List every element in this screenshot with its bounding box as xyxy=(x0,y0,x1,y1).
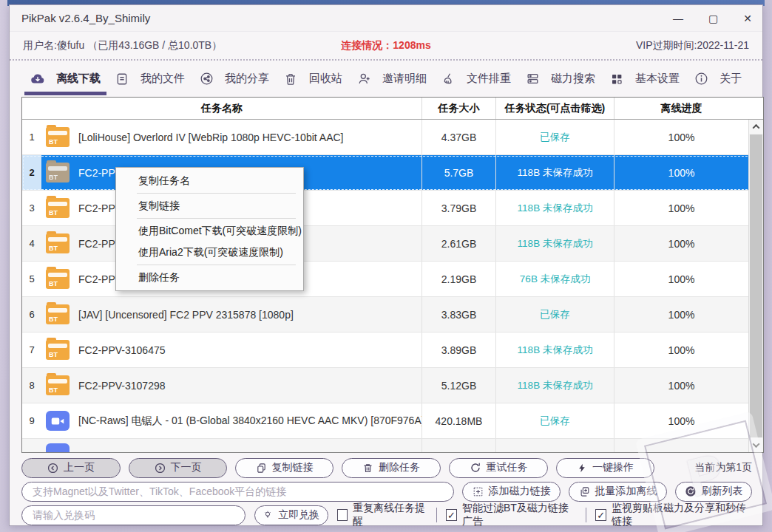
menu-separator xyxy=(137,265,296,265)
grid-icon xyxy=(609,72,624,86)
task-status: 已保存 xyxy=(495,297,614,332)
menu-item-bitcomet-download[interactable]: 使用BitComet下载(可突破速度限制) xyxy=(116,220,303,242)
maximize-button[interactable]: ▢ xyxy=(708,13,718,24)
task-name: [JAV] [Uncensored] FC2 PPV 2315878 [1080… xyxy=(78,309,294,321)
one-key-action-button[interactable]: 一键操作 xyxy=(556,458,654,478)
lamp-icon xyxy=(263,510,273,521)
lightning-icon xyxy=(577,463,587,474)
column-task-status-filter[interactable]: 任务状态(可点击筛选) xyxy=(495,98,614,119)
redeem-row: 立即兑换 重复离线任务提醒 ✓ 智能过滤BT及磁力链接广告 ✓ 监视剪贴板磁力及… xyxy=(21,505,752,525)
task-size: 4.37GB xyxy=(421,120,495,154)
action-button-row: 上一页 下一页 复制链接 删除任务 重试任务 一键操作 当前为第1页 xyxy=(21,457,752,478)
task-progress: 100% xyxy=(614,120,748,154)
table-header: 任务名称 任务大小 任务状态(可点击筛选) 离线进度 xyxy=(22,98,763,120)
user-quota-text: 用户名:傻fufu （已用43.16GB / 总10.0TB） xyxy=(23,39,222,52)
bt-folder-icon: BT xyxy=(46,163,70,183)
table-row[interactable]: 9 [NC-Raws] 电锯人 - 01 (B-Global 3840x2160… xyxy=(22,403,763,439)
redeem-now-button[interactable]: 立即兑换 xyxy=(254,505,328,525)
checkbox-monitor-clipboard[interactable]: ✓ 监视剪贴板磁力及分享和秒传链接 xyxy=(595,502,752,528)
tab-recycle-bin[interactable]: 回收站 xyxy=(282,62,344,95)
table-row[interactable]: 7 BT FC2-PPV-3106475 3.89GB 118B 未保存成功 1… xyxy=(22,332,763,368)
nav-bar: 离线下载 我的文件 我的分享 回收站 邀请明细 文件排重 xyxy=(10,62,762,95)
checkbox-duplicate-task-alert[interactable]: 重复离线任务提醒 xyxy=(337,502,428,528)
task-size: 5.7GB xyxy=(421,155,495,190)
table-scrollbar[interactable] xyxy=(748,120,763,452)
trash-icon xyxy=(283,72,298,86)
tab-basic-settings[interactable]: 基本设置 xyxy=(608,62,681,95)
minimize-button[interactable]: — xyxy=(673,13,683,24)
menu-item-copy-task-name[interactable]: 复制任务名 xyxy=(116,170,303,191)
bt-folder-icon: BT xyxy=(46,269,70,289)
scrollbar-down-button[interactable] xyxy=(749,438,763,452)
table-row[interactable]: 6 BT [JAV] [Uncensored] FC2 PPV 2315878 … xyxy=(22,297,763,332)
broom-icon xyxy=(441,72,456,86)
task-progress: 100% xyxy=(614,226,748,261)
tab-about[interactable]: 关于 xyxy=(692,62,743,95)
add-magnet-button[interactable]: 添加磁力链接 xyxy=(462,482,561,502)
prev-page-button[interactable]: 上一页 xyxy=(21,458,121,478)
table-row[interactable]: 8 BT FC2-PPV-3107298 5.12GB 118B 未保存成功 1… xyxy=(22,368,763,403)
connection-status: 连接情况：1208ms xyxy=(341,39,430,52)
bt-folder-icon: BT xyxy=(46,233,70,253)
refresh-list-button[interactable]: 刷新列表 xyxy=(675,482,752,502)
magnet-link-input[interactable] xyxy=(21,482,454,502)
next-page-button[interactable]: 下一页 xyxy=(129,458,227,478)
menu-item-copy-link[interactable]: 复制链接 xyxy=(116,195,303,216)
tab-my-files[interactable]: 我的文件 xyxy=(113,62,186,95)
file-icon xyxy=(115,72,129,86)
chevron-right-circle-icon xyxy=(155,463,166,474)
menu-item-delete-task[interactable]: 删除任务 xyxy=(116,267,303,288)
window-title: PikPak v2.6.4_By_Shimily xyxy=(21,12,150,24)
task-size: 420.18MB xyxy=(421,403,495,438)
task-size: 2.61GB xyxy=(421,226,495,261)
task-progress: 100% xyxy=(614,368,748,403)
table-row[interactable]: 1 BT [LoliHouse] Overlord IV [WebRip 108… xyxy=(22,120,763,155)
retry-task-button[interactable]: 重试任务 xyxy=(449,458,548,478)
bt-folder-icon: BT xyxy=(46,127,70,147)
task-size: 2.19GB xyxy=(421,262,495,296)
copy-link-button[interactable]: 复制链接 xyxy=(235,458,333,478)
checkbox-smart-filter-ads[interactable]: ✓ 智能过滤BT及磁力链接广告 xyxy=(446,502,577,528)
checkbox-box[interactable] xyxy=(337,509,348,521)
task-progress: 100% xyxy=(614,403,748,438)
window-controls: — ▢ ✕ xyxy=(673,13,752,24)
tab-invite-details[interactable]: 邀请明细 xyxy=(355,62,428,95)
menu-separator xyxy=(137,218,296,219)
tab-magnet-search[interactable]: 磁力搜索 xyxy=(524,62,597,95)
column-task-size: 任务大小 xyxy=(421,98,495,119)
tab-file-dedupe[interactable]: 文件排重 xyxy=(439,62,512,95)
batch-add-offline-button[interactable]: 批量添加离线 xyxy=(569,482,667,502)
task-size: 3.89GB xyxy=(421,332,495,367)
task-status: 已保存 xyxy=(495,403,614,438)
vertical-divider xyxy=(586,508,586,522)
refresh-icon xyxy=(685,485,697,497)
menu-separator xyxy=(137,193,296,194)
page-indicator: 当前为第1页 xyxy=(694,461,752,474)
menu-item-aria2-download[interactable]: 使用Aria2下载(可突破速度限制) xyxy=(116,242,303,263)
tab-offline-download[interactable]: 离线下载 xyxy=(29,62,102,95)
close-button[interactable]: ✕ xyxy=(743,13,752,24)
copy-plus-icon xyxy=(579,486,590,497)
tab-my-shares[interactable]: 我的分享 xyxy=(197,62,271,95)
app-window: PikPak v2.6.4_By_Shimily — ▢ ✕ 用户名:傻fufu… xyxy=(9,4,763,526)
table-row-partial[interactable] xyxy=(22,439,763,452)
delete-task-button[interactable]: 删除任务 xyxy=(342,458,441,478)
bt-folder-icon: BT xyxy=(46,375,70,395)
bt-folder-icon: BT xyxy=(46,340,70,360)
checkbox-box[interactable]: ✓ xyxy=(595,509,606,521)
task-size: 3.83GB xyxy=(421,297,495,332)
vip-expiry-text: VIP过期时间:2022-11-21 xyxy=(636,39,749,52)
share-icon xyxy=(199,72,214,86)
bt-folder-icon: BT xyxy=(46,304,70,324)
redeem-code-input[interactable] xyxy=(21,505,246,525)
video-file-icon xyxy=(46,443,70,452)
trash-icon xyxy=(362,463,373,474)
column-offline-progress: 离线进度 xyxy=(614,98,748,119)
scrollbar-up-button[interactable] xyxy=(749,120,763,134)
copy-icon xyxy=(256,463,267,474)
checkbox-box[interactable]: ✓ xyxy=(446,509,457,521)
scrollbar-thumb[interactable] xyxy=(750,134,762,437)
task-status: 已保存 xyxy=(495,120,614,154)
info-icon xyxy=(694,72,708,86)
task-status: 76B 未保存成功 xyxy=(495,262,614,296)
